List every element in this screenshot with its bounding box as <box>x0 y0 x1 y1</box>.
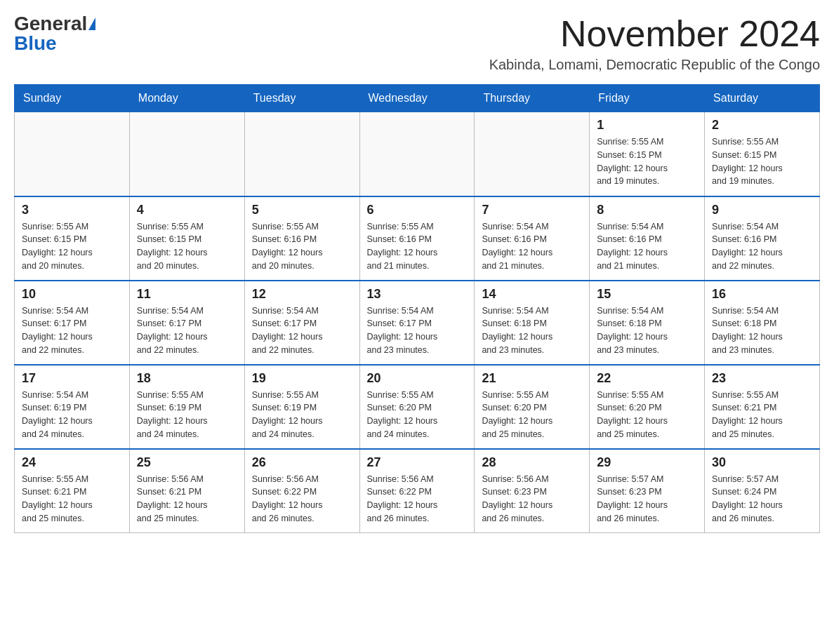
logo-general-text: General <box>14 14 87 34</box>
header-day-monday: Monday <box>129 85 244 112</box>
calendar-cell: 14Sunrise: 5:54 AMSunset: 6:18 PMDayligh… <box>475 281 590 365</box>
calendar-cell: 19Sunrise: 5:55 AMSunset: 6:19 PMDayligh… <box>244 365 359 449</box>
calendar-cell: 8Sunrise: 5:54 AMSunset: 6:16 PMDaylight… <box>590 196 705 281</box>
day-number: 18 <box>137 371 237 386</box>
logo-blue-text: Blue <box>14 32 57 54</box>
header-day-tuesday: Tuesday <box>244 85 359 112</box>
day-number: 11 <box>137 287 237 302</box>
day-info: Sunrise: 5:55 AMSunset: 6:15 PMDaylight:… <box>597 135 697 188</box>
calendar-cell: 12Sunrise: 5:54 AMSunset: 6:17 PMDayligh… <box>244 281 359 365</box>
calendar-cell: 4Sunrise: 5:55 AMSunset: 6:15 PMDaylight… <box>129 196 244 281</box>
calendar-cell: 2Sunrise: 5:55 AMSunset: 6:15 PMDaylight… <box>705 112 820 196</box>
day-number: 17 <box>22 371 122 386</box>
calendar-cell <box>359 112 475 196</box>
day-info: Sunrise: 5:54 AMSunset: 6:17 PMDaylight:… <box>252 304 352 357</box>
day-info: Sunrise: 5:57 AMSunset: 6:24 PMDaylight:… <box>712 473 812 525</box>
day-number: 15 <box>597 287 697 302</box>
calendar-cell: 5Sunrise: 5:55 AMSunset: 6:16 PMDaylight… <box>244 196 359 281</box>
calendar-cell: 10Sunrise: 5:54 AMSunset: 6:17 PMDayligh… <box>15 281 130 365</box>
day-number: 27 <box>367 455 468 470</box>
week-row-1: 3Sunrise: 5:55 AMSunset: 6:15 PMDaylight… <box>15 196 820 281</box>
day-number: 16 <box>712 287 812 302</box>
day-number: 8 <box>597 203 697 217</box>
calendar-cell: 13Sunrise: 5:54 AMSunset: 6:17 PMDayligh… <box>359 281 475 365</box>
day-number: 12 <box>252 287 352 302</box>
day-info: Sunrise: 5:56 AMSunset: 6:22 PMDaylight:… <box>252 473 352 525</box>
day-info: Sunrise: 5:54 AMSunset: 6:16 PMDaylight:… <box>597 220 697 273</box>
day-info: Sunrise: 5:54 AMSunset: 6:17 PMDaylight:… <box>22 304 122 357</box>
day-info: Sunrise: 5:55 AMSunset: 6:15 PMDaylight:… <box>137 220 237 273</box>
day-number: 29 <box>597 455 697 470</box>
day-number: 2 <box>712 118 812 133</box>
day-info: Sunrise: 5:55 AMSunset: 6:20 PMDaylight:… <box>367 389 468 441</box>
calendar-cell: 21Sunrise: 5:55 AMSunset: 6:20 PMDayligh… <box>475 365 590 449</box>
calendar-cell: 6Sunrise: 5:55 AMSunset: 6:16 PMDaylight… <box>359 196 475 281</box>
day-info: Sunrise: 5:55 AMSunset: 6:19 PMDaylight:… <box>137 389 237 441</box>
day-number: 5 <box>252 203 352 217</box>
calendar-cell: 16Sunrise: 5:54 AMSunset: 6:18 PMDayligh… <box>705 281 820 365</box>
day-info: Sunrise: 5:54 AMSunset: 6:18 PMDaylight:… <box>597 304 697 357</box>
week-row-4: 24Sunrise: 5:55 AMSunset: 6:21 PMDayligh… <box>15 449 820 533</box>
week-row-2: 10Sunrise: 5:54 AMSunset: 6:17 PMDayligh… <box>15 281 820 365</box>
day-info: Sunrise: 5:55 AMSunset: 6:20 PMDaylight:… <box>482 389 582 441</box>
calendar-cell: 30Sunrise: 5:57 AMSunset: 6:24 PMDayligh… <box>705 449 820 533</box>
day-number: 30 <box>712 455 812 470</box>
calendar-cell <box>129 112 244 196</box>
location-title: Kabinda, Lomami, Democratic Republic of … <box>489 57 820 73</box>
header-day-saturday: Saturday <box>705 85 820 112</box>
calendar-cell: 3Sunrise: 5:55 AMSunset: 6:15 PMDaylight… <box>15 196 130 281</box>
header-day-friday: Friday <box>590 85 705 112</box>
day-number: 23 <box>712 371 812 386</box>
calendar-cell: 24Sunrise: 5:55 AMSunset: 6:21 PMDayligh… <box>15 449 130 533</box>
logo-triangle-icon <box>88 18 95 30</box>
day-number: 7 <box>482 203 582 217</box>
day-info: Sunrise: 5:55 AMSunset: 6:15 PMDaylight:… <box>712 135 812 188</box>
day-info: Sunrise: 5:57 AMSunset: 6:23 PMDaylight:… <box>597 473 697 525</box>
day-info: Sunrise: 5:55 AMSunset: 6:15 PMDaylight:… <box>22 220 122 273</box>
calendar-cell: 7Sunrise: 5:54 AMSunset: 6:16 PMDaylight… <box>475 196 590 281</box>
day-info: Sunrise: 5:56 AMSunset: 6:22 PMDaylight:… <box>367 473 468 525</box>
day-info: Sunrise: 5:54 AMSunset: 6:16 PMDaylight:… <box>482 220 582 273</box>
day-number: 25 <box>137 455 237 470</box>
day-number: 10 <box>22 287 122 302</box>
day-info: Sunrise: 5:56 AMSunset: 6:21 PMDaylight:… <box>137 473 237 525</box>
calendar-cell: 25Sunrise: 5:56 AMSunset: 6:21 PMDayligh… <box>129 449 244 533</box>
calendar-cell <box>475 112 590 196</box>
day-number: 19 <box>252 371 352 386</box>
day-number: 28 <box>482 455 582 470</box>
calendar-cell: 1Sunrise: 5:55 AMSunset: 6:15 PMDaylight… <box>590 112 705 196</box>
day-number: 14 <box>482 287 582 302</box>
calendar-cell: 22Sunrise: 5:55 AMSunset: 6:20 PMDayligh… <box>590 365 705 449</box>
calendar-cell: 29Sunrise: 5:57 AMSunset: 6:23 PMDayligh… <box>590 449 705 533</box>
calendar-cell: 27Sunrise: 5:56 AMSunset: 6:22 PMDayligh… <box>359 449 475 533</box>
day-info: Sunrise: 5:55 AMSunset: 6:21 PMDaylight:… <box>712 389 812 441</box>
day-number: 13 <box>367 287 468 302</box>
header-day-sunday: Sunday <box>15 85 130 112</box>
header-day-thursday: Thursday <box>475 85 590 112</box>
month-title: November 2024 <box>489 14 820 54</box>
calendar-cell: 15Sunrise: 5:54 AMSunset: 6:18 PMDayligh… <box>590 281 705 365</box>
day-info: Sunrise: 5:55 AMSunset: 6:16 PMDaylight:… <box>252 220 352 273</box>
week-row-0: 1Sunrise: 5:55 AMSunset: 6:15 PMDaylight… <box>15 112 820 196</box>
logo: General Blue <box>14 14 95 53</box>
week-row-3: 17Sunrise: 5:54 AMSunset: 6:19 PMDayligh… <box>15 365 820 449</box>
title-section: November 2024 Kabinda, Lomami, Democrati… <box>489 14 820 73</box>
day-info: Sunrise: 5:54 AMSunset: 6:18 PMDaylight:… <box>482 304 582 357</box>
day-info: Sunrise: 5:54 AMSunset: 6:18 PMDaylight:… <box>712 304 812 357</box>
header-row: SundayMondayTuesdayWednesdayThursdayFrid… <box>15 85 820 112</box>
calendar-table: SundayMondayTuesdayWednesdayThursdayFrid… <box>14 84 820 533</box>
day-info: Sunrise: 5:55 AMSunset: 6:20 PMDaylight:… <box>597 389 697 441</box>
calendar-cell: 17Sunrise: 5:54 AMSunset: 6:19 PMDayligh… <box>15 365 130 449</box>
day-number: 22 <box>597 371 697 386</box>
calendar-cell <box>244 112 359 196</box>
day-info: Sunrise: 5:54 AMSunset: 6:16 PMDaylight:… <box>712 220 812 273</box>
day-number: 9 <box>712 203 812 217</box>
day-number: 26 <box>252 455 352 470</box>
calendar-cell: 26Sunrise: 5:56 AMSunset: 6:22 PMDayligh… <box>244 449 359 533</box>
day-number: 4 <box>137 203 237 217</box>
calendar-cell: 11Sunrise: 5:54 AMSunset: 6:17 PMDayligh… <box>129 281 244 365</box>
calendar-cell: 20Sunrise: 5:55 AMSunset: 6:20 PMDayligh… <box>359 365 475 449</box>
day-number: 24 <box>22 455 122 470</box>
day-number: 1 <box>597 118 697 133</box>
day-info: Sunrise: 5:56 AMSunset: 6:23 PMDaylight:… <box>482 473 582 525</box>
